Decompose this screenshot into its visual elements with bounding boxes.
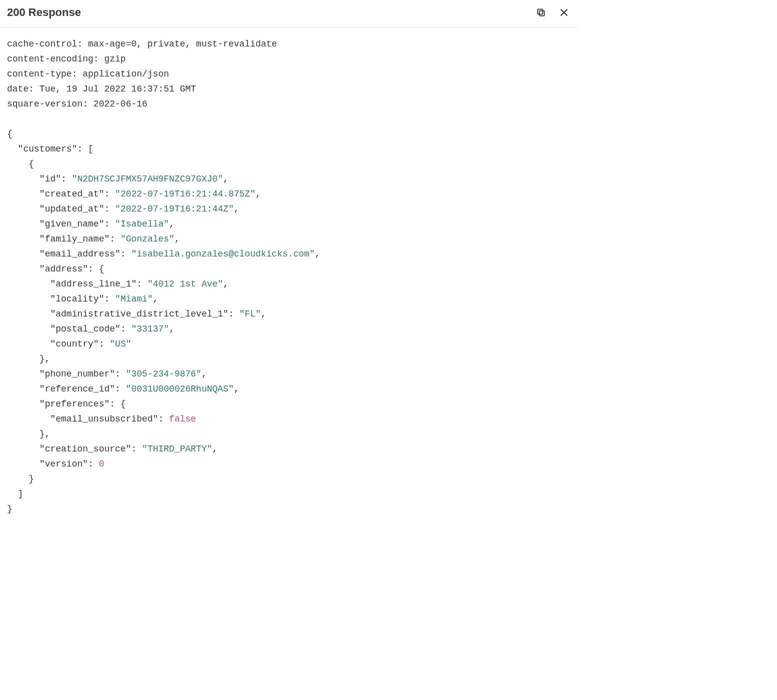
copy-icon[interactable]	[535, 6, 547, 18]
header-line: content-type: application/json	[7, 69, 169, 79]
header-line: date: Tue, 19 Jul 2022 16:37:51 GMT	[7, 84, 196, 94]
response-code: cache-control: max-age=0, private, must-…	[7, 36, 570, 516]
header-line: square-version: 2022-06-16	[7, 99, 148, 109]
panel-header: 200 Response	[0, 0, 577, 28]
panel-body: cache-control: max-age=0, private, must-…	[0, 28, 577, 526]
svg-rect-0	[540, 11, 544, 16]
close-icon[interactable]	[558, 6, 570, 18]
header-line: content-encoding: gzip	[7, 54, 126, 64]
panel-title: 200 Response	[7, 6, 81, 19]
svg-rect-1	[538, 9, 542, 14]
header-line: cache-control: max-age=0, private, must-…	[7, 39, 277, 49]
response-panel: 200 Response cache-control: max-age=0, p…	[0, 0, 577, 526]
panel-actions	[535, 6, 570, 18]
